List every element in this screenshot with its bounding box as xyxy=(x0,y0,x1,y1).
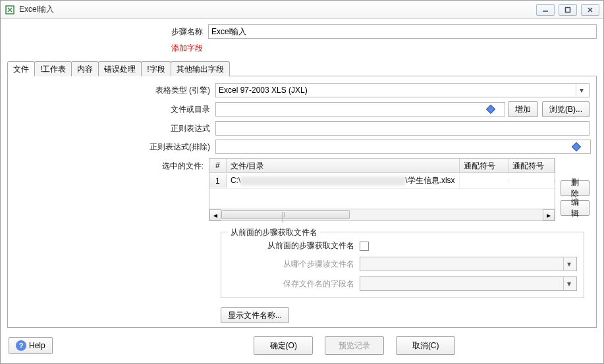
regex-excl-input[interactable] xyxy=(215,140,591,154)
add-field-row: 添加字段 xyxy=(7,43,597,54)
regex-label: 正则表达式 xyxy=(14,123,215,134)
tab-other-output[interactable]: 其他输出字段 xyxy=(171,61,230,76)
col-path-header[interactable]: 文件/目录 xyxy=(227,159,460,172)
regex-row: 正则表达式 xyxy=(14,121,590,136)
edit-button[interactable]: 编辑 xyxy=(561,200,590,216)
scroll-right-icon[interactable]: ▸ xyxy=(543,209,555,221)
show-filenames-button[interactable]: 显示文件名称... xyxy=(221,307,289,323)
row-path: C:\\学生信息.xlsx xyxy=(227,173,460,188)
scroll-thumb[interactable] xyxy=(221,210,350,219)
col-wildcard2-header[interactable]: 通配符号 xyxy=(508,159,555,172)
row-num: 1 xyxy=(209,174,227,188)
tab-file[interactable]: 文件 xyxy=(7,61,35,76)
col-wildcard-header[interactable]: 通配符号 xyxy=(460,159,508,172)
col-num-header: # xyxy=(209,159,227,172)
table-type-label: 表格类型 (引擎) xyxy=(14,85,215,96)
step-name-row: 步骤名称 xyxy=(7,24,597,39)
step-select-row: 从哪个步骤读文件名 ▾ xyxy=(228,257,577,271)
delete-button[interactable]: 删除 xyxy=(561,180,590,196)
browse-button[interactable]: 浏览(B)... xyxy=(542,101,590,117)
variable-icon[interactable] xyxy=(579,143,590,150)
filename-from-step-fieldset: 从前面的步骤获取文件名 从前面的步骤获取文件名 从哪个步骤读文件名 ▾ 保存文件… xyxy=(221,232,584,298)
add-field-link[interactable]: 添加字段 xyxy=(7,43,208,54)
selected-files-table: # 文件/目录 通配符号 通配符号 1 C:\\学生信息.xlsx xyxy=(209,158,555,221)
step-name-label: 步骤名称 xyxy=(7,26,208,38)
table-type-row: 表格类型 (引擎) Excel 97-2003 XLS (JXL) ▾ xyxy=(14,83,590,97)
help-label: Help xyxy=(29,341,45,350)
regex-excl-row: 正则表达式(排除) xyxy=(14,140,590,154)
tab-bar: 文件 !工作表 内容 错误处理 !字段 其他输出字段 xyxy=(7,61,597,76)
variable-icon[interactable] xyxy=(493,106,504,113)
horizontal-scrollbar[interactable]: ◂ ▸ xyxy=(209,209,555,221)
selected-files-row: 选中的文件: # 文件/目录 通配符号 通配符号 1 C:\\学生信息.xlsx xyxy=(14,158,590,221)
row-wildcard xyxy=(460,179,508,183)
window-title: Excel输入 xyxy=(19,4,536,15)
from-step-checkbox-label: 从前面的步骤获取文件名 xyxy=(228,240,360,251)
from-step-checkbox[interactable] xyxy=(360,242,369,251)
chevron-down-icon: ▾ xyxy=(563,257,574,271)
help-button[interactable]: ? Help xyxy=(9,337,53,354)
ok-button[interactable]: 确定(O) xyxy=(254,336,313,355)
row-wildcard2 xyxy=(508,179,555,183)
dialog-window: Excel输入 步骤名称 添加字段 文件 !工作表 内容 错误处理 !字段 其他… xyxy=(0,0,604,364)
scroll-track[interactable] xyxy=(221,209,543,221)
scroll-left-icon[interactable]: ◂ xyxy=(209,209,221,221)
table-header: # 文件/目录 通配符号 通配符号 xyxy=(209,159,555,173)
selected-files-label: 选中的文件: xyxy=(14,158,209,172)
step-select-combo[interactable]: ▾ xyxy=(360,257,577,271)
tab-content[interactable]: 内容 xyxy=(71,61,99,76)
chevron-down-icon: ▾ xyxy=(576,84,586,97)
footer: ? Help 确定(O) 预览记录 取消(C) xyxy=(1,334,603,363)
minimize-button[interactable] xyxy=(536,4,555,16)
help-icon: ? xyxy=(16,340,26,351)
fieldset-legend: 从前面的步骤获取文件名 xyxy=(228,227,320,238)
preview-button[interactable]: 预览记录 xyxy=(325,336,384,355)
dialog-body: 步骤名称 添加字段 文件 !工作表 内容 错误处理 !字段 其他输出字段 表格类… xyxy=(1,19,603,334)
maximize-button[interactable] xyxy=(559,4,577,16)
titlebar: Excel输入 xyxy=(1,1,603,19)
table-row[interactable]: 1 C:\\学生信息.xlsx xyxy=(209,173,555,189)
step-select-label: 从哪个步骤读文件名 xyxy=(228,259,360,270)
regex-input[interactable] xyxy=(215,121,590,136)
svg-rect-2 xyxy=(566,7,570,12)
tab-content-file: 表格类型 (引擎) Excel 97-2003 XLS (JXL) ▾ 文件或目… xyxy=(7,76,597,328)
tab-errors[interactable]: 错误处理 xyxy=(98,61,142,76)
file-or-dir-input[interactable] xyxy=(215,102,505,117)
field-select-row: 保存文件名的字段名 ▾ xyxy=(228,276,577,291)
app-icon xyxy=(5,5,15,15)
chevron-down-icon: ▾ xyxy=(563,277,574,290)
file-or-dir-label: 文件或目录 xyxy=(14,104,215,115)
redacted-path xyxy=(240,176,405,186)
table-side-buttons: 删除 编辑 xyxy=(561,158,590,221)
step-name-input[interactable] xyxy=(208,24,597,39)
file-or-dir-row: 文件或目录 增加 浏览(B)... xyxy=(14,101,590,117)
table-type-combo[interactable]: Excel 97-2003 XLS (JXL) ▾ xyxy=(215,83,590,97)
add-button[interactable]: 增加 xyxy=(508,101,538,117)
tab-fields[interactable]: !字段 xyxy=(141,61,171,76)
tab-sheets[interactable]: !工作表 xyxy=(34,61,72,76)
show-files-row: 显示文件名称... xyxy=(221,307,590,323)
field-select-combo[interactable]: ▾ xyxy=(360,276,577,291)
regex-excl-label: 正则表达式(排除) xyxy=(14,142,215,153)
from-step-checkbox-row: 从前面的步骤获取文件名 xyxy=(228,240,577,251)
field-select-label: 保存文件名的字段名 xyxy=(228,278,360,290)
close-button[interactable] xyxy=(581,4,599,16)
cancel-button[interactable]: 取消(C) xyxy=(396,336,455,355)
window-controls xyxy=(536,4,599,16)
table-type-value: Excel 97-2003 XLS (JXL) xyxy=(219,86,576,95)
